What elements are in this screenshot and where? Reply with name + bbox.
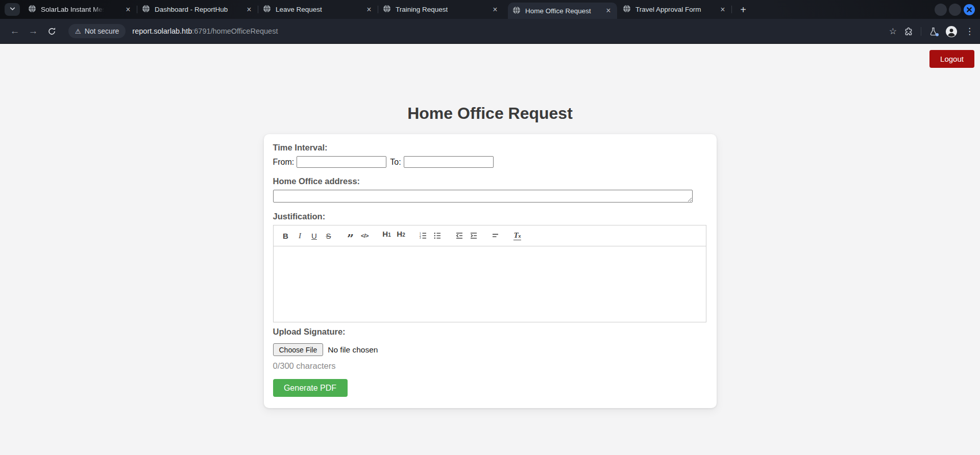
url-path: :6791/homeOfficeRequest xyxy=(192,27,278,35)
globe-favicon-icon xyxy=(623,5,631,14)
close-icon[interactable]: × xyxy=(718,5,727,14)
back-icon[interactable]: ← xyxy=(7,23,22,39)
experiments-flask-icon[interactable] xyxy=(929,27,938,36)
bookmark-star-icon[interactable]: ☆ xyxy=(889,26,897,37)
logout-button[interactable]: Logout xyxy=(929,50,974,68)
time-interval-label: Time Interval: xyxy=(273,143,706,153)
file-chosen-status: No file chosen xyxy=(328,345,378,355)
window-minimize-button[interactable] xyxy=(935,4,947,16)
block-group: ” </> xyxy=(344,230,372,242)
menu-kebab-icon[interactable]: ⋮ xyxy=(965,26,974,37)
close-icon[interactable]: × xyxy=(124,5,133,14)
tab-travel-approval-form[interactable]: Travel Approval Form × xyxy=(618,0,731,19)
list-group: 123 xyxy=(416,230,445,242)
choose-file-button[interactable]: Choose File xyxy=(273,343,324,356)
security-label: Not secure xyxy=(85,27,119,35)
page-home-office-request: Logout Home Office Request Time Interval… xyxy=(0,44,980,455)
tab-training-request[interactable]: Training Request × xyxy=(378,0,504,19)
header-2-icon[interactable]: H2 xyxy=(394,230,408,242)
upload-signature-label: Upload Signature: xyxy=(273,327,706,337)
url-host: report.solarlab.htb xyxy=(132,27,192,35)
globe-favicon-icon xyxy=(142,5,150,14)
svg-text:3: 3 xyxy=(420,237,421,239)
format-group: B I U S xyxy=(279,230,336,242)
request-form-card: Time Interval: From: To: Home Office add… xyxy=(264,134,717,408)
from-input[interactable] xyxy=(297,156,386,168)
page-title: Home Office Request xyxy=(0,44,980,123)
rich-text-editor: B I U S ” </> H1 H2 123 xyxy=(273,225,706,322)
tab-divider xyxy=(731,6,732,13)
close-icon xyxy=(963,10,975,17)
extensions-icon[interactable] xyxy=(904,27,913,36)
tab-title: Training Request xyxy=(396,6,448,13)
close-icon[interactable]: × xyxy=(491,5,500,14)
tab-search-button[interactable] xyxy=(5,3,20,16)
chevron-down-icon xyxy=(9,6,16,14)
code-block-icon[interactable]: </> xyxy=(358,230,372,242)
window-controls xyxy=(935,4,975,16)
underline-icon[interactable]: U xyxy=(307,230,322,242)
tab-solarlab-messenger[interactable]: SolarLab Instant Messen × xyxy=(23,0,137,19)
toolbar-divider xyxy=(921,27,921,36)
from-label: From: xyxy=(273,158,295,167)
bold-icon[interactable]: B xyxy=(279,230,293,242)
tab-dashboard-reporthub[interactable]: Dashboard - ReportHub × xyxy=(137,0,258,19)
home-office-address-label: Home Office address: xyxy=(273,176,706,186)
globe-favicon-icon xyxy=(28,5,36,14)
window-maximize-button[interactable] xyxy=(949,4,961,16)
new-tab-icon[interactable]: + xyxy=(737,3,750,16)
file-upload-row: Choose File No file chosen xyxy=(273,343,706,356)
indent-group xyxy=(452,230,481,242)
italic-icon[interactable]: I xyxy=(293,230,307,242)
to-label: To: xyxy=(390,158,401,167)
clean-group: Tx xyxy=(510,230,525,242)
justification-editor-area[interactable] xyxy=(274,246,706,322)
blockquote-icon[interactable]: ” xyxy=(344,230,358,242)
tab-strip: SolarLab Instant Messen × Dashboard - Re… xyxy=(0,0,980,19)
header-group: H1 H2 xyxy=(380,230,408,242)
forward-icon[interactable]: → xyxy=(26,23,41,39)
warning-icon: ⚠ xyxy=(75,28,81,35)
profile-avatar-icon[interactable] xyxy=(945,26,958,38)
tab-title: Leave Request xyxy=(276,6,322,13)
browser-toolbar: ← → ⚠ Not secure report.solarlab.htb:679… xyxy=(0,19,980,44)
window-close-button[interactable] xyxy=(963,4,975,16)
align-group xyxy=(488,230,503,242)
bullet-list-icon[interactable] xyxy=(430,230,445,242)
site-security-chip[interactable]: ⚠ Not secure xyxy=(68,24,126,38)
close-icon[interactable]: × xyxy=(604,6,613,15)
tab-home-office-request-active[interactable]: Home Office Request × xyxy=(508,3,617,19)
notification-dot xyxy=(936,33,939,36)
editor-toolbar: B I U S ” </> H1 H2 123 xyxy=(274,225,706,246)
justification-label: Justification: xyxy=(273,212,706,221)
tab-title: Travel Approval Form xyxy=(635,6,701,13)
strikethrough-icon[interactable]: S xyxy=(322,230,336,242)
ordered-list-icon[interactable]: 123 xyxy=(416,230,430,242)
to-input[interactable] xyxy=(404,156,494,168)
tab-leave-request[interactable]: Leave Request × xyxy=(258,0,378,19)
close-icon[interactable]: × xyxy=(244,5,254,14)
globe-favicon-icon xyxy=(512,6,521,16)
character-counter: 0/300 characters xyxy=(273,361,706,371)
reload-icon[interactable] xyxy=(44,23,59,39)
indent-icon[interactable] xyxy=(467,230,481,242)
outdent-icon[interactable] xyxy=(452,230,467,242)
globe-favicon-icon xyxy=(383,5,391,14)
time-interval-row: From: To: xyxy=(273,156,706,168)
address-bar[interactable]: report.solarlab.htb:6791/homeOfficeReque… xyxy=(132,27,278,35)
globe-favicon-icon xyxy=(263,5,271,14)
clear-formatting-icon[interactable]: Tx xyxy=(510,230,525,242)
generate-pdf-button[interactable]: Generate PDF xyxy=(273,379,348,397)
tab-title: Dashboard - ReportHub xyxy=(155,6,228,13)
toolbar-right-icons: ☆ ⋮ xyxy=(889,19,974,44)
tab-title: Home Office Request xyxy=(525,7,591,15)
header-1-icon[interactable]: H1 xyxy=(380,230,394,242)
tabs-container: SolarLab Instant Messen × Dashboard - Re… xyxy=(23,0,750,19)
close-icon[interactable]: × xyxy=(364,5,374,14)
align-icon[interactable] xyxy=(488,230,503,242)
tab-title: SolarLab Instant Messen xyxy=(41,6,104,13)
home-office-address-input[interactable] xyxy=(273,190,693,203)
